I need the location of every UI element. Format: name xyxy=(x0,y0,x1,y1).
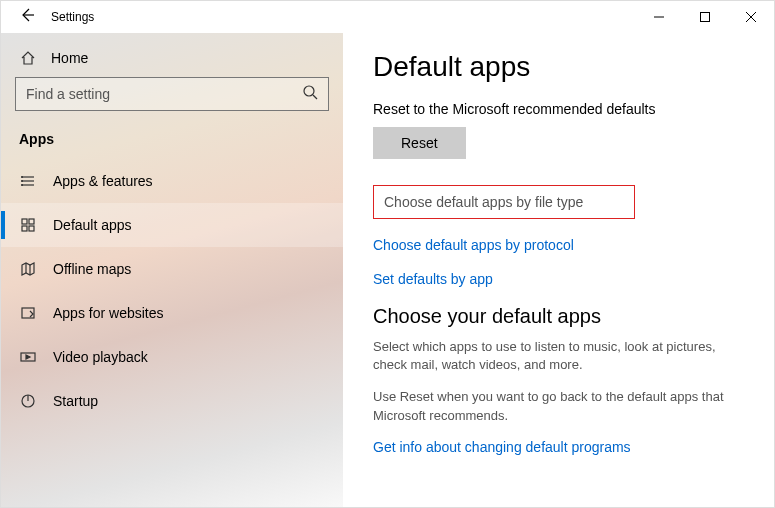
home-nav[interactable]: Home xyxy=(1,39,343,77)
sidebar-item-default-apps[interactable]: Default apps xyxy=(1,203,343,247)
svg-rect-1 xyxy=(701,13,710,22)
minimize-button[interactable] xyxy=(636,1,682,33)
apps-websites-icon xyxy=(19,304,37,322)
search-input[interactable] xyxy=(26,86,302,102)
link-get-info[interactable]: Get info about changing default programs xyxy=(373,439,744,455)
sidebar-item-label: Offline maps xyxy=(53,261,131,277)
section-label: Apps xyxy=(1,125,343,159)
svg-line-5 xyxy=(313,95,317,99)
svg-point-9 xyxy=(22,177,23,178)
search-icon xyxy=(302,84,318,104)
apps-features-icon xyxy=(19,172,37,190)
link-set-defaults-by-app[interactable]: Set defaults by app xyxy=(373,271,744,287)
sidebar-item-label: Video playback xyxy=(53,349,148,365)
window-title: Settings xyxy=(51,10,94,24)
close-button[interactable] xyxy=(728,1,774,33)
nav-list: Apps & features Default apps Offline map… xyxy=(1,159,343,423)
startup-icon xyxy=(19,392,37,410)
svg-rect-14 xyxy=(22,226,27,231)
reset-button[interactable]: Reset xyxy=(373,127,466,159)
choose-para-2: Use Reset when you want to go back to th… xyxy=(373,388,744,424)
sidebar-item-apps-websites[interactable]: Apps for websites xyxy=(1,291,343,335)
page-heading: Default apps xyxy=(373,51,744,83)
sidebar-item-startup[interactable]: Startup xyxy=(1,379,343,423)
svg-marker-20 xyxy=(26,355,30,359)
svg-point-4 xyxy=(304,86,314,96)
choose-para-1: Select which apps to use to listen to mu… xyxy=(373,338,744,374)
home-icon xyxy=(19,49,37,67)
maximize-button[interactable] xyxy=(682,1,728,33)
video-playback-icon xyxy=(19,348,37,366)
link-choose-by-protocol[interactable]: Choose default apps by protocol xyxy=(373,237,744,253)
titlebar: Settings xyxy=(1,1,774,33)
back-icon[interactable] xyxy=(19,7,35,27)
sidebar: Home Apps Apps & features Default apps O… xyxy=(1,33,343,507)
choose-heading: Choose your default apps xyxy=(373,305,744,328)
sidebar-item-label: Apps for websites xyxy=(53,305,164,321)
svg-point-10 xyxy=(22,181,23,182)
default-apps-icon xyxy=(19,216,37,234)
svg-point-11 xyxy=(22,185,23,186)
offline-maps-icon xyxy=(19,260,37,278)
search-box[interactable] xyxy=(15,77,329,111)
reset-description: Reset to the Microsoft recommended defau… xyxy=(373,101,744,117)
svg-rect-15 xyxy=(29,226,34,231)
sidebar-item-label: Startup xyxy=(53,393,98,409)
sidebar-item-offline-maps[interactable]: Offline maps xyxy=(1,247,343,291)
link-choose-by-file-type[interactable]: Choose default apps by file type xyxy=(373,185,635,219)
sidebar-item-video-playback[interactable]: Video playback xyxy=(1,335,343,379)
content-area: Default apps Reset to the Microsoft reco… xyxy=(343,33,774,507)
sidebar-item-label: Default apps xyxy=(53,217,132,233)
svg-rect-13 xyxy=(29,219,34,224)
home-label: Home xyxy=(51,50,88,66)
sidebar-item-label: Apps & features xyxy=(53,173,153,189)
svg-rect-12 xyxy=(22,219,27,224)
sidebar-item-apps-features[interactable]: Apps & features xyxy=(1,159,343,203)
